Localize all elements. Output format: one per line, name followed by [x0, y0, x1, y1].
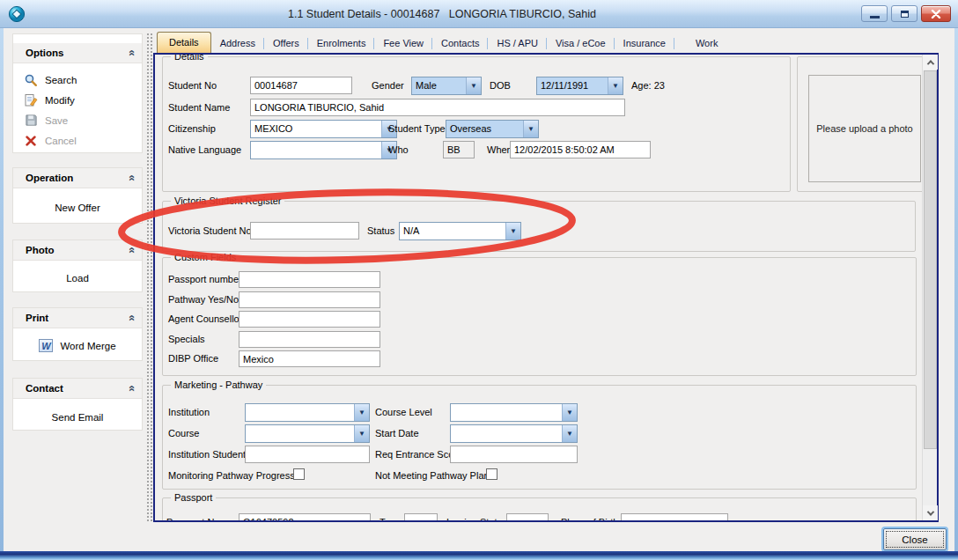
native-language-dropdown[interactable]: ▼ [250, 141, 397, 159]
custom-fields-group: Custom Fields Passport number Pathway Ye… [162, 257, 917, 376]
vertical-scrollbar[interactable] [922, 55, 937, 520]
tab-offers[interactable]: Offers [264, 34, 308, 53]
marketing-pathway-group: Marketing - Pathway Institution ▼ Course… [162, 385, 917, 490]
scroll-down-button[interactable] [923, 505, 938, 520]
chevron-down-icon: ▼ [612, 83, 619, 90]
collapse-chevron-icon: « [127, 247, 136, 253]
sidebar-item-label: Save [45, 115, 68, 126]
dropdown-button[interactable]: ▼ [562, 404, 577, 421]
course-label: Course [168, 428, 199, 438]
sidebar-group-title: Contact [26, 383, 129, 394]
photo-placeholder-box[interactable]: Please upload a photo [808, 75, 921, 182]
dropdown-button[interactable]: ▼ [466, 77, 481, 94]
sidebar-item-label: New Offer [55, 203, 100, 213]
tab-hs-apu[interactable]: HS / APU [488, 34, 546, 53]
monitoring-pathway-progress-checkbox[interactable] [293, 468, 305, 480]
dropdown-button[interactable]: ▼ [354, 404, 369, 421]
sidebar-item-load[interactable]: Load [13, 268, 142, 288]
tab-contacts[interactable]: Contacts [432, 34, 488, 53]
passport-number-input[interactable] [239, 271, 380, 288]
details-scroll-area: Details Student No Gender Male ▼ DOB 12/… [155, 55, 922, 520]
tab-label: Offers [273, 38, 299, 48]
student-no-input[interactable] [250, 77, 352, 94]
sidebar-item-label: Load [66, 273, 89, 284]
tab-label: Address [220, 38, 255, 48]
splitter-handle[interactable] [145, 32, 152, 521]
dropdown-button[interactable]: ▼ [523, 121, 538, 137]
tab-visa-ecoe[interactable]: Visa / eCoe [547, 34, 615, 53]
details-tab-panel: Details Student No Gender Male ▼ DOB 12/… [153, 53, 939, 522]
photo-group: Please upload a photo [797, 56, 922, 192]
gender-label: Gender [372, 80, 404, 91]
chevron-down-icon [926, 508, 933, 515]
dropdown-button[interactable]: ▼ [562, 425, 577, 442]
minimize-button[interactable] [861, 5, 888, 22]
tab-insurance[interactable]: Insurance [615, 34, 674, 53]
close-button[interactable]: Close [883, 528, 947, 550]
tab-details[interactable]: Details [157, 32, 211, 53]
issuing-state-label: Issuing State [446, 517, 503, 520]
tab-label: Enrolments [317, 38, 366, 48]
dob-label: DOB [490, 80, 511, 91]
course-level-label: Course Level [375, 407, 432, 417]
scrollbar-thumb[interactable] [924, 70, 937, 449]
dibp-office-input[interactable] [239, 350, 380, 367]
sidebar-item-save[interactable]: Save [13, 110, 142, 130]
institution-student-id-label: Institution Student Id [168, 449, 256, 460]
tab-address[interactable]: Address [211, 34, 264, 53]
sidebar-panel-operation: Operation « New Offer [12, 167, 143, 224]
issuing-state-input[interactable] [506, 513, 549, 520]
start-date-dropdown[interactable]: ▼ [450, 424, 578, 443]
sidebar-header-contact[interactable]: Contact « [13, 379, 142, 399]
sidebar-item-label: Word Merge [60, 341, 115, 351]
not-meeting-pathway-plan-checkbox[interactable] [486, 468, 497, 480]
course-dropdown[interactable]: ▼ [245, 424, 370, 443]
sidebar-item-search[interactable]: Search [13, 70, 142, 90]
dob-dropdown[interactable]: 12/11/1991 ▼ [536, 77, 623, 95]
gender-dropdown[interactable]: Male ▼ [411, 77, 482, 95]
tab-strip: Details Address Offers Enrolments Fee Vi… [157, 32, 726, 53]
sidebar-item-cancel[interactable]: Cancel [13, 130, 142, 151]
student-name-input[interactable] [250, 99, 625, 116]
institution-dropdown[interactable]: ▼ [245, 403, 370, 422]
specials-input[interactable] [239, 331, 380, 348]
sidebar-panel-contact: Contact « Send Email [12, 378, 143, 431]
passport-no-input[interactable] [239, 513, 371, 520]
sidebar-item-word-merge[interactable]: W Word Merge [13, 335, 142, 356]
tab-enrolments[interactable]: Enrolments [308, 34, 375, 53]
dropdown-button[interactable]: ▼ [505, 223, 520, 239]
sidebar-item-new-offer[interactable]: New Offer [13, 197, 142, 217]
institution-student-id-input[interactable] [245, 446, 370, 463]
chevron-up-icon [926, 60, 933, 67]
pathway-yes-no-input[interactable] [239, 291, 380, 308]
close-window-button[interactable] [921, 5, 951, 22]
sidebar-header-photo[interactable]: Photo « [13, 240, 142, 261]
tab-work[interactable]: Work [687, 34, 726, 53]
course-level-dropdown[interactable]: ▼ [450, 403, 578, 422]
group-legend: Marketing - Pathway [171, 379, 266, 390]
dropdown-button[interactable]: ▼ [608, 77, 623, 94]
maximize-icon [901, 11, 909, 18]
victoria-student-no-input[interactable] [250, 222, 359, 239]
sidebar-header-print[interactable]: Print « [13, 308, 142, 328]
collapse-chevron-icon: « [127, 49, 136, 55]
place-of-birth-input[interactable] [621, 513, 728, 520]
when-field [510, 141, 651, 158]
req-entrance-score-input[interactable] [450, 446, 578, 463]
dropdown-button[interactable]: ▼ [354, 425, 369, 442]
agent-counsellor-input[interactable] [239, 311, 380, 328]
scroll-up-button[interactable] [923, 55, 938, 70]
sidebar-group-title: Operation [26, 173, 129, 183]
maximize-button[interactable] [891, 5, 917, 22]
tab-fee-view[interactable]: Fee View [374, 34, 432, 53]
dibp-office-label: DIBP Office [168, 353, 218, 364]
sidebar-item-send-email[interactable]: Send Email [13, 407, 142, 427]
citizenship-dropdown[interactable]: MEXICO ▼ [250, 120, 397, 138]
student-type-dropdown[interactable]: Overseas ▼ [446, 120, 539, 138]
sidebar-header-operation[interactable]: Operation « [13, 168, 142, 188]
sidebar-header-options[interactable]: Options « [13, 43, 142, 63]
sidebar-item-modify[interactable]: Modify [13, 90, 142, 110]
passport-type-input[interactable] [404, 513, 438, 520]
status-dropdown[interactable]: N/A ▼ [399, 222, 521, 240]
chevron-down-icon: ▼ [566, 409, 573, 416]
